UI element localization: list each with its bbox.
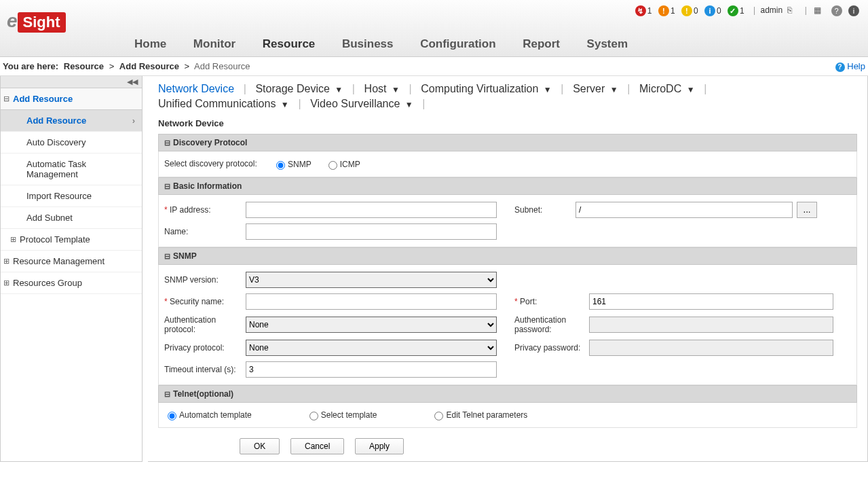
logo-e: e bbox=[7, 10, 18, 31]
label-snmp-version: SNMP version: bbox=[164, 275, 246, 285]
status-minor-icon[interactable]: ! bbox=[681, 5, 692, 16]
nav-monitor[interactable]: Monitor bbox=[181, 32, 248, 56]
nav-business[interactable]: Business bbox=[330, 32, 406, 56]
label-timeout: Timeout interval (s): bbox=[164, 365, 246, 374]
sidebar-item-auto-discovery[interactable]: Auto Discovery bbox=[1, 132, 142, 154]
radio-automatch[interactable]: Automatch template bbox=[164, 410, 265, 421]
input-auth-password[interactable] bbox=[589, 317, 833, 333]
input-timeout[interactable] bbox=[246, 361, 497, 378]
minus-icon[interactable]: ⊟ bbox=[3, 94, 10, 103]
current-user: admin bbox=[760, 5, 782, 15]
sidebar-item-resource-management[interactable]: ⊞Resource Management bbox=[1, 251, 142, 272]
tabs-row1: Network Device | Storage Device ▼ | Host… bbox=[158, 83, 857, 95]
header: eSight Home Monitor Resource Business Co… bbox=[0, 0, 868, 57]
sidebar-root-add-resource[interactable]: ⊟Add Resource bbox=[1, 88, 142, 110]
status-bar: ↯1 !1 !0 i0 ✓1 | admin ⎘ | ▦ ? i bbox=[635, 5, 861, 16]
tab-storage-device[interactable]: Storage Device ▼ bbox=[255, 83, 343, 94]
logo-sight: Sight bbox=[18, 12, 66, 33]
input-privacy-password[interactable] bbox=[589, 340, 833, 356]
section-telnet-header: ⊟Telnet(optional) bbox=[158, 385, 857, 403]
nav-home[interactable]: Home bbox=[122, 32, 178, 56]
nav-configuration[interactable]: Configuration bbox=[408, 32, 508, 56]
minus-icon[interactable]: ⊟ bbox=[164, 252, 170, 260]
caret-down-icon: ▼ bbox=[405, 100, 413, 109]
sidebar-item-add-subnet[interactable]: Add Subnet bbox=[1, 207, 142, 229]
select-snmp-version[interactable]: V3 bbox=[246, 272, 497, 288]
label-discovery-protocol: Select discovery protocol: bbox=[164, 159, 273, 168]
sidebar-item-automatic-task[interactable]: Automatic Task Management bbox=[1, 154, 142, 185]
nav-report[interactable]: Report bbox=[510, 32, 572, 56]
label-subnet: Subnet: bbox=[514, 205, 575, 215]
input-subnet[interactable] bbox=[575, 202, 793, 218]
status-info-icon[interactable]: i bbox=[704, 5, 715, 16]
radio-select-template[interactable]: Select template bbox=[306, 410, 391, 421]
label-ip-address: IP address: bbox=[164, 205, 246, 215]
status-major-icon[interactable]: ! bbox=[658, 5, 669, 16]
tab-unified-communications[interactable]: Unified Communications ▼ bbox=[158, 98, 289, 109]
status-major-count: 1 bbox=[671, 6, 675, 16]
sidebar-item-add-resource[interactable]: Add Resource bbox=[1, 110, 142, 132]
section-snmp-header: ⊟SNMP bbox=[158, 247, 857, 265]
logo: eSight bbox=[7, 10, 66, 33]
section-snmp-body: SNMP version:V3 Security name: Authentic… bbox=[158, 265, 857, 385]
sidebar-collapse[interactable]: ◀◀ bbox=[1, 76, 142, 88]
tab-microdc[interactable]: MicroDC ▼ bbox=[639, 83, 695, 94]
plus-icon[interactable]: ⊞ bbox=[10, 235, 16, 244]
input-security-name[interactable] bbox=[246, 293, 497, 310]
caret-down-icon: ▼ bbox=[544, 85, 552, 94]
select-privacy-protocol[interactable]: None bbox=[246, 340, 497, 356]
sitemap-icon[interactable]: ▦ bbox=[814, 5, 825, 16]
label-privacy-protocol: Privacy protocol: bbox=[164, 343, 246, 353]
label-privacy-password: Privacy password: bbox=[514, 343, 589, 353]
tab-network-device[interactable]: Network Device bbox=[158, 83, 234, 94]
label-port: Port: bbox=[514, 297, 589, 306]
subnet-browse-button[interactable]: ... bbox=[797, 202, 817, 218]
radio-icmp[interactable]: ICMP bbox=[325, 158, 374, 170]
minus-icon[interactable]: ⊟ bbox=[164, 390, 170, 398]
radio-snmp[interactable]: SNMP bbox=[273, 158, 325, 170]
minus-icon[interactable]: ⊟ bbox=[164, 182, 170, 190]
tab-server[interactable]: Server ▼ bbox=[573, 83, 618, 94]
section-telnet-body: Automatch template Select template Edit … bbox=[158, 403, 857, 429]
info-icon[interactable]: i bbox=[848, 5, 859, 16]
caret-down-icon: ▼ bbox=[610, 85, 618, 94]
plus-icon[interactable]: ⊞ bbox=[3, 257, 10, 266]
sidebar-item-resources-group[interactable]: ⊞Resources Group bbox=[1, 272, 142, 294]
section-basic-body: IP address: Name: Subnet:... bbox=[158, 195, 857, 247]
select-auth-protocol[interactable]: None bbox=[246, 317, 497, 333]
apply-button[interactable]: Apply bbox=[355, 438, 404, 454]
caret-down-icon: ▼ bbox=[281, 100, 289, 109]
logout-icon[interactable]: ⎘ bbox=[787, 5, 798, 16]
cancel-button[interactable]: Cancel bbox=[290, 438, 344, 454]
nav-resource[interactable]: Resource bbox=[250, 32, 327, 56]
help-icon[interactable]: ? bbox=[831, 5, 842, 16]
nav-system[interactable]: System bbox=[575, 32, 640, 56]
tabs-row2: Unified Communications ▼ | Video Surveil… bbox=[158, 98, 857, 110]
label-security-name: Security name: bbox=[164, 297, 246, 306]
status-critical-icon[interactable]: ↯ bbox=[635, 5, 646, 16]
sidebar-item-import-resource[interactable]: Import Resource bbox=[1, 185, 142, 207]
caret-down-icon: ▼ bbox=[687, 85, 695, 94]
label-auth-password: Authentication password: bbox=[514, 315, 589, 334]
ok-button[interactable]: OK bbox=[240, 438, 280, 454]
input-ip-address[interactable] bbox=[246, 202, 497, 218]
plus-icon[interactable]: ⊞ bbox=[3, 278, 10, 287]
status-critical-count: 1 bbox=[647, 6, 652, 16]
sidebar: ◀◀ ⊟Add Resource Add Resource Auto Disco… bbox=[0, 76, 143, 462]
breadcrumb-add2: Add Resource bbox=[194, 61, 250, 71]
tab-video-surveillance[interactable]: Video Surveillance ▼ bbox=[310, 98, 413, 109]
radio-edit-telnet[interactable]: Edit Telnet parameters bbox=[431, 410, 541, 421]
label-name: Name: bbox=[164, 227, 246, 236]
status-ok-count: 1 bbox=[740, 6, 744, 16]
help-link[interactable]: ? Help bbox=[835, 61, 865, 72]
input-name[interactable] bbox=[246, 223, 497, 240]
input-port[interactable] bbox=[589, 293, 833, 310]
breadcrumb: You are here: Resource > Add Resource > … bbox=[0, 57, 868, 76]
minus-icon[interactable]: ⊟ bbox=[164, 139, 170, 147]
tab-host[interactable]: Host ▼ bbox=[364, 83, 400, 94]
status-ok-icon[interactable]: ✓ bbox=[728, 5, 738, 16]
content: Network Device | Storage Device ▼ | Host… bbox=[148, 76, 868, 462]
sidebar-item-protocol-template[interactable]: ⊞Protocol Template bbox=[1, 229, 142, 251]
label-auth-protocol: Authentication protocol: bbox=[164, 315, 246, 334]
tab-computing-virtualization[interactable]: Computing Virtualization ▼ bbox=[421, 83, 551, 94]
